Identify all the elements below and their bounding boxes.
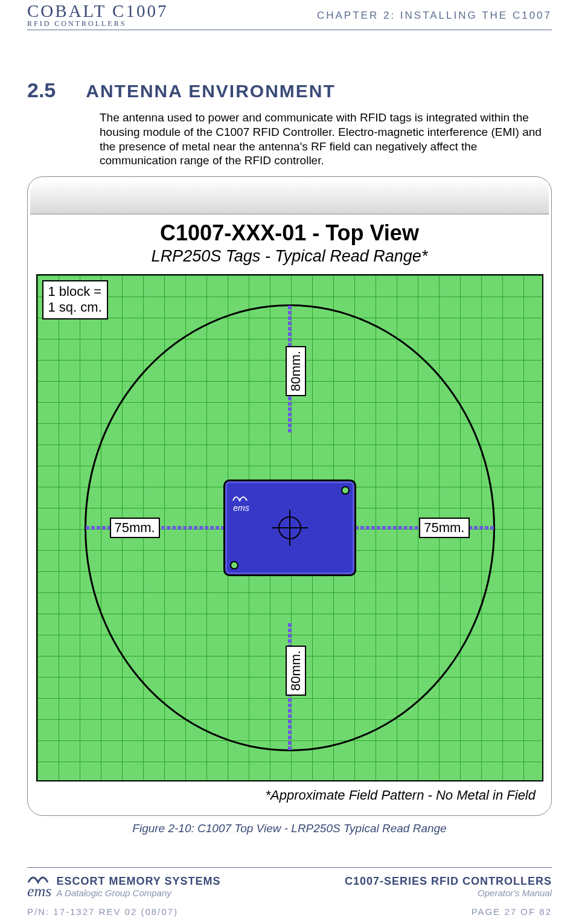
product-logo: COBALT C1007 RFID CONTROLLERS — [27, 2, 168, 27]
figure-caption: Figure 2-10: C1007 Top View - LRP250S Ty… — [27, 822, 552, 835]
dimension-label-top: 80mm. — [286, 346, 306, 396]
dimension-label-left: 75mm. — [110, 518, 160, 538]
page-footer: ems ESCORT MEMORY SYSTEMS A Datalogic Gr… — [27, 867, 552, 917]
legend-line-1: 1 block = — [48, 284, 102, 300]
section-number: 2.5 — [27, 79, 56, 102]
controller-device: ems — [223, 480, 356, 576]
legend-line-2: 1 sq. cm. — [48, 300, 102, 315]
section-title: ANTENNA ENVIRONMENT — [86, 81, 336, 101]
footer-company-sub: A Datalogic Group Company — [56, 888, 220, 898]
section-body: The antenna used to power and communicat… — [100, 111, 546, 168]
footer-page-number: PAGE 27 OF 82 — [472, 906, 552, 917]
figure-title: C1007-XXX-01 - Top View — [31, 220, 548, 246]
mount-hole-icon — [230, 561, 238, 569]
ems-logo-text: ems — [27, 882, 51, 900]
logo-main: COBALT C1007 — [27, 2, 168, 20]
ems-device-logo: ems — [232, 492, 251, 513]
footer-product-sub: Operator's Manual — [345, 888, 552, 898]
ems-logo-icon: ems — [27, 873, 51, 900]
footer-part-number: P/N: 17-1327 REV 02 (08/07) — [27, 906, 178, 917]
section-heading: 2.5 ANTENNA ENVIRONMENT — [27, 79, 552, 102]
grid-scale-legend: 1 block = 1 sq. cm. — [42, 280, 108, 319]
figure-footnote: *Approximate Field Pattern - No Metal in… — [31, 781, 548, 812]
mount-hole-icon — [341, 486, 350, 495]
figure-subtitle: LRP250S Tags - Typical Read Range* — [31, 247, 548, 266]
crosshair-icon — [272, 510, 308, 546]
figure-container: C1007-XXX-01 - Top View LRP250S Tags - T… — [27, 176, 552, 816]
figure-tab — [30, 179, 549, 214]
footer-product: C1007-SERIES RFID CONTROLLERS — [345, 875, 552, 888]
dimension-label-right: 75mm. — [419, 518, 469, 538]
page-header: COBALT C1007 RFID CONTROLLERS CHAPTER 2:… — [27, 0, 552, 30]
footer-company: ESCORT MEMORY SYSTEMS — [56, 875, 220, 888]
logo-sub: RFID CONTROLLERS — [27, 20, 168, 27]
diagram-grid: 75mm. 75mm. 80mm. 80mm. ems 1 block = — [36, 274, 543, 781]
dimension-label-bottom: 80mm. — [286, 646, 306, 696]
chapter-label: CHAPTER 2: INSTALLING THE C1007 — [317, 2, 552, 22]
